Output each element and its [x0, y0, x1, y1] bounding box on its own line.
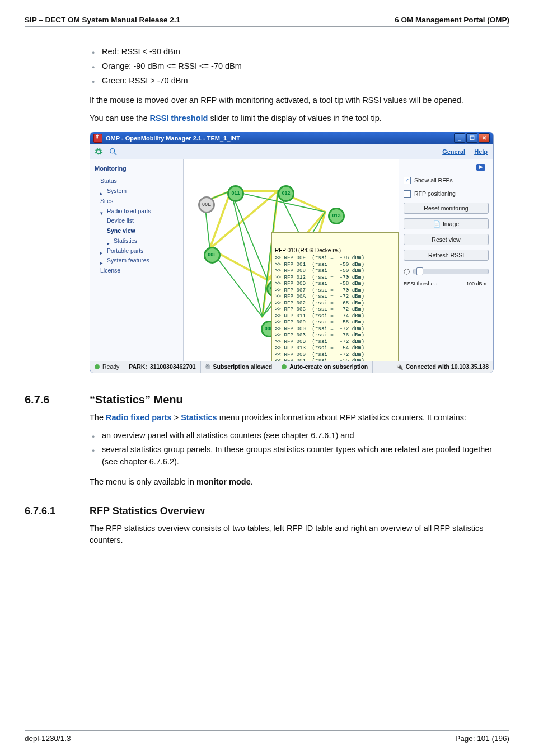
rssi-threshold-link[interactable]: RSSI threshold — [150, 114, 208, 123]
text: . — [251, 477, 253, 486]
rfp-node-013[interactable]: 013 — [328, 208, 345, 224]
tree-device-list[interactable]: Device list — [92, 216, 181, 226]
tree-status[interactable]: Status — [92, 176, 181, 186]
sync-view-canvas[interactable]: 00E 011 012 013 00F 00C 010 00D RFP 010 … — [184, 159, 399, 361]
text: monitor mode — [196, 477, 251, 486]
slider-value: -100 dBm — [465, 280, 486, 288]
tree-root[interactable]: Monitoring — [92, 163, 181, 177]
tree-statistics[interactable]: Statistics — [92, 236, 181, 246]
image-button[interactable]: 📄Image — [404, 218, 489, 229]
ok-icon — [282, 364, 287, 369]
statistics-link[interactable]: Statistics — [181, 413, 217, 422]
chevron-down-icon — [100, 209, 105, 213]
paragraph: If the mouse is moved over an RFP with m… — [90, 95, 509, 107]
menu-general[interactable]: General — [440, 147, 467, 157]
ok-icon — [95, 364, 100, 369]
tree-system-features[interactable]: System features — [92, 256, 181, 266]
status-sub-allowed: Subscription allowed — [201, 361, 278, 373]
slider-thumb[interactable] — [416, 267, 423, 275]
rssi-tooltip: RFP 010 (R439 Decke re.)>> RFP 00F (rssi… — [271, 232, 399, 361]
text: slider to limit the display of values in… — [208, 114, 381, 123]
options-panel: ▶ ✓ Show all RFPs RFP positioning Reset … — [399, 159, 493, 361]
paragraph: The RFP statistics overview consists of … — [90, 523, 509, 547]
rfp-node-012[interactable]: 012 — [278, 185, 294, 202]
menu-help[interactable]: Help — [472, 147, 490, 157]
reset-monitoring-button[interactable]: Reset monitoring — [404, 203, 489, 214]
checkbox-icon: ✓ — [404, 177, 411, 184]
rfp-node-00E[interactable]: 00E — [198, 196, 215, 213]
reset-view-button[interactable]: Reset view — [404, 234, 489, 245]
rfp-link[interactable]: Radio fixed parts — [106, 413, 172, 422]
tooltip-lines: >> RFP 00F (rssi = -76 dBm) >> RFP 001 (… — [275, 255, 364, 361]
tree-system[interactable]: System — [92, 186, 181, 196]
status-bar: Ready PARK: 31100303462701 Subscription … — [90, 361, 493, 373]
section-number: 6.7.6 — [25, 393, 78, 406]
tooltip-header: RFP 010 (R439 Decke re.) — [275, 247, 395, 255]
text: You can use the — [90, 114, 150, 123]
rssi-threshold-slider[interactable]: ◯ — [404, 267, 489, 275]
section-title: “Statistics” Menu — [90, 393, 183, 406]
subsection-title: RFP Statistics Overview — [90, 505, 205, 517]
footer-right: Page: 101 (196) — [455, 734, 509, 743]
header-left: SIP – DECT OM System Manual Release 2.1 — [25, 16, 180, 24]
label: Image — [443, 220, 459, 227]
minimize-button[interactable]: _ — [454, 133, 465, 143]
sidebar-tree: Monitoring Status System Sites Radio fix… — [90, 159, 184, 361]
chevron-right-icon — [100, 248, 105, 253]
text: > — [172, 413, 181, 422]
status-park: PARK: 31100303462701 — [124, 361, 200, 373]
footer-left: depl-1230/1.3 — [25, 734, 71, 743]
running-header: SIP – DECT OM System Manual Release 2.1 … — [25, 16, 509, 27]
toolbar: General Help — [90, 144, 493, 159]
paragraph: The menu is only available in monitor mo… — [90, 476, 509, 489]
rfp-positioning-checkbox[interactable]: RFP positioning — [404, 190, 489, 199]
chevron-right-icon — [107, 239, 111, 243]
list-item: Green: RSSI > -70 dBm — [90, 75, 509, 87]
status-ready: Ready — [90, 361, 124, 373]
slider-knob-icon: ◯ — [404, 267, 410, 275]
statistics-contents-list: an overview panel with all statistics co… — [90, 430, 509, 468]
text: The menu is only available in — [90, 477, 196, 486]
status-connected: Connected with 10.103.35.138 — [393, 361, 493, 373]
app-icon — [93, 134, 102, 143]
gear-icon[interactable] — [93, 147, 104, 157]
disabled-icon — [205, 364, 210, 369]
tree-license[interactable]: License — [92, 266, 181, 276]
text: The — [90, 413, 106, 422]
rfp-node-00F[interactable]: 00F — [204, 247, 221, 264]
tree-sync-view[interactable]: Sync view — [92, 226, 181, 236]
show-all-rfps-checkbox[interactable]: ✓ Show all RFPs — [404, 176, 489, 185]
refresh-rssi-button[interactable]: Refresh RSSI — [404, 250, 489, 261]
maximize-button[interactable]: ☐ — [466, 133, 477, 143]
list-item: Orange: -90 dBm <= RSSI <= -70 dBm — [90, 60, 509, 73]
tree-sites[interactable]: Sites — [92, 196, 181, 206]
close-button[interactable]: ✕ — [479, 133, 490, 143]
text: menu provides information about RFP stat… — [217, 413, 466, 422]
omp-screenshot: OMP - OpenMobility Manager 2.1 - TEM_1_I… — [90, 132, 509, 373]
checkbox-icon — [404, 190, 411, 198]
list-item: several statistics group panels. In thes… — [90, 444, 509, 468]
tree-rfp[interactable]: Radio fixed parts — [92, 206, 181, 217]
label: RFP positioning — [414, 190, 456, 199]
paragraph: The Radio fixed parts > Statistics menu … — [90, 412, 509, 424]
status-auto-create: Auto-create on subscription — [277, 361, 373, 373]
window-title: OMP - OpenMobility Manager 2.1 - TEM_1_I… — [106, 134, 454, 143]
slider-label: RSSI threshold — [404, 280, 438, 288]
list-item: Red: RSSI < -90 dBm — [90, 46, 509, 58]
panel-collapse-button[interactable]: ▶ — [476, 164, 485, 171]
svg-line-1 — [114, 153, 116, 155]
search-icon[interactable] — [108, 147, 118, 157]
rssi-color-list: Red: RSSI < -90 dBm Orange: -90 dBm <= R… — [90, 46, 509, 87]
subsection-number: 6.7.6.1 — [25, 505, 78, 517]
window-titlebar[interactable]: OMP - OpenMobility Manager 2.1 - TEM_1_I… — [90, 132, 493, 144]
svg-point-0 — [110, 148, 115, 153]
plug-icon — [397, 364, 403, 370]
rfp-node-011[interactable]: 011 — [227, 185, 244, 202]
chevron-right-icon — [100, 189, 105, 194]
tree-portable-parts[interactable]: Portable parts — [92, 246, 181, 256]
svg-line-21 — [231, 191, 262, 317]
chevron-right-icon — [100, 259, 105, 263]
page-footer: depl-1230/1.3 Page: 101 (196) — [25, 730, 509, 743]
app-window: OMP - OpenMobility Manager 2.1 - TEM_1_I… — [90, 132, 494, 373]
paragraph: You can use the RSSI threshold slider to… — [90, 112, 509, 125]
